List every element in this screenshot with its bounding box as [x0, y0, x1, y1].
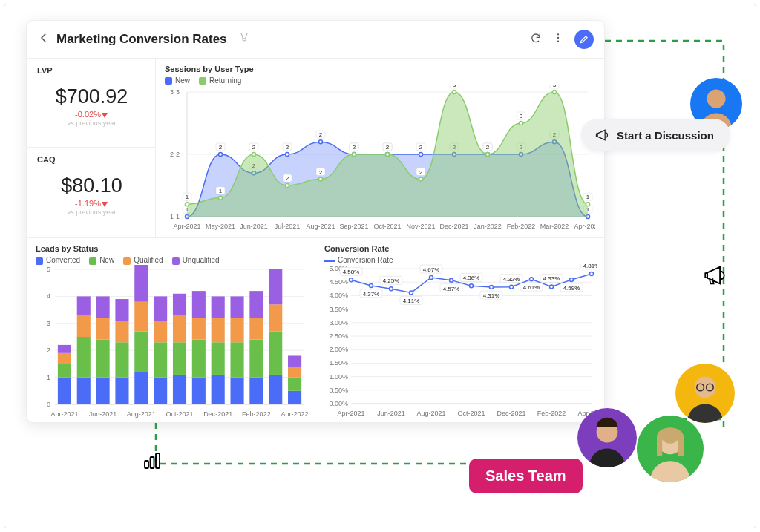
svg-point-231: [510, 286, 514, 289]
svg-rect-159: [212, 318, 225, 342]
svg-point-102: [586, 203, 590, 206]
svg-text:2: 2: [47, 347, 50, 354]
svg-rect-130: [77, 337, 91, 378]
svg-point-234: [530, 278, 534, 281]
sales-team-badge: Sales Team: [469, 459, 583, 493]
svg-rect-144: [134, 265, 148, 302]
svg-point-210: [370, 284, 373, 288]
svg-rect-127: [58, 353, 71, 364]
svg-rect-129: [77, 377, 91, 404]
kpi-column: LVP $700.92 -0.02% vs previous year CAQ …: [27, 59, 156, 237]
svg-rect-148: [154, 296, 167, 321]
svg-text:Apr-2021: Apr-2021: [50, 410, 78, 418]
svg-point-96: [520, 122, 523, 125]
down-arrow-icon: [101, 111, 108, 119]
svg-text:Aug-2021: Aug-2021: [416, 410, 445, 417]
start-discussion-button[interactable]: Start a Discussion: [581, 119, 730, 151]
svg-text:2: 2: [486, 144, 490, 151]
kpi-caq: CAQ $80.10 -1.19% vs previous year: [27, 148, 155, 237]
svg-text:1.00%: 1.00%: [329, 373, 348, 381]
svg-text:Aug-2021: Aug-2021: [127, 410, 156, 418]
svg-rect-164: [230, 296, 243, 318]
svg-text:Oct-2021: Oct-2021: [166, 410, 193, 418]
svg-rect-149: [173, 375, 186, 404]
svg-rect-163: [230, 318, 243, 342]
svg-text:4.00%: 4.00%: [329, 292, 348, 300]
svg-rect-139: [115, 321, 128, 342]
svg-text:2: 2: [286, 175, 289, 182]
svg-point-0: [557, 33, 559, 35]
svg-rect-136: [96, 296, 110, 318]
svg-rect-131: [77, 315, 91, 337]
svg-rect-172: [269, 269, 282, 304]
svg-text:Sep-2021: Sep-2021: [339, 223, 368, 230]
kpi-caq-delta: -1.19%: [37, 199, 146, 208]
svg-text:4.67%: 4.67%: [423, 266, 440, 273]
svg-text:3: 3: [520, 113, 523, 119]
svg-rect-165: [249, 377, 263, 404]
avatar-3: [637, 416, 704, 482]
svg-text:2: 2: [170, 151, 174, 158]
svg-text:4.81%: 4.81%: [583, 264, 597, 269]
svg-rect-160: [212, 296, 225, 318]
svg-text:4.50%: 4.50%: [329, 279, 348, 286]
back-arrow-icon[interactable]: [37, 31, 50, 47]
svg-point-48: [419, 153, 423, 157]
svg-rect-128: [58, 345, 71, 353]
svg-text:2: 2: [319, 169, 323, 176]
svg-text:Jun-2021: Jun-2021: [377, 410, 405, 417]
svg-point-1: [557, 37, 559, 39]
filter-cone-icon[interactable]: [238, 31, 251, 47]
kpi-caq-note: vs previous year: [37, 208, 146, 216]
svg-rect-151: [173, 315, 186, 342]
svg-text:Jan-2022: Jan-2022: [474, 223, 502, 230]
kebab-menu-icon[interactable]: [552, 32, 564, 47]
svg-point-78: [319, 177, 323, 181]
svg-text:1.50%: 1.50%: [329, 360, 348, 367]
svg-rect-150: [173, 342, 186, 375]
sessions-chart: 112233Apr-2021May-2021Jun-2021Jul-2021Au…: [165, 85, 595, 233]
megaphone-outline-icon: [702, 263, 727, 288]
svg-text:2: 2: [319, 132, 323, 139]
refresh-icon[interactable]: [530, 32, 542, 47]
megaphone-icon: [594, 128, 609, 142]
svg-text:Oct-2021: Oct-2021: [457, 410, 485, 417]
svg-point-99: [553, 91, 557, 94]
svg-text:2.00%: 2.00%: [329, 347, 348, 354]
svg-text:0.00%: 0.00%: [329, 400, 348, 407]
svg-text:May-2021: May-2021: [206, 223, 235, 230]
edit-button[interactable]: [574, 30, 594, 49]
svg-point-93: [486, 153, 490, 157]
svg-rect-147: [154, 321, 167, 342]
svg-point-72: [252, 153, 256, 157]
svg-text:4.36%: 4.36%: [463, 275, 480, 282]
svg-rect-135: [96, 318, 110, 339]
svg-text:3: 3: [170, 88, 174, 96]
sessions-chart-panel: Sessions by User Type New Returning 1122…: [156, 59, 604, 237]
svg-point-84: [386, 153, 390, 157]
svg-rect-146: [154, 342, 167, 377]
svg-rect-252: [145, 461, 148, 468]
svg-rect-134: [96, 339, 110, 377]
svg-rect-154: [192, 339, 206, 377]
svg-text:Jul-2021: Jul-2021: [275, 223, 301, 230]
svg-point-219: [430, 276, 433, 280]
svg-point-66: [186, 203, 189, 206]
start-discussion-label: Start a Discussion: [617, 129, 714, 142]
svg-text:2: 2: [419, 144, 423, 151]
svg-rect-143: [134, 301, 148, 331]
svg-point-246: [707, 89, 725, 108]
row-2: Leads by Status Converted New Qualified …: [27, 238, 604, 426]
svg-rect-125: [58, 377, 71, 404]
kpi-lvp-value: $700.92: [37, 85, 146, 108]
leads-chart: 012345Apr-2021Jun-2021Aug-2021Oct-2021De…: [36, 265, 309, 421]
svg-rect-157: [212, 375, 225, 404]
svg-rect-140: [115, 299, 128, 321]
svg-text:4.31%: 4.31%: [483, 292, 500, 299]
svg-rect-253: [151, 457, 154, 468]
svg-rect-138: [115, 342, 128, 377]
svg-text:4.33%: 4.33%: [543, 276, 560, 283]
dashboard-card: Marketing Conversion Rates LVP $700.92 -…: [26, 20, 605, 423]
svg-point-75: [286, 184, 289, 188]
svg-rect-170: [269, 331, 282, 374]
